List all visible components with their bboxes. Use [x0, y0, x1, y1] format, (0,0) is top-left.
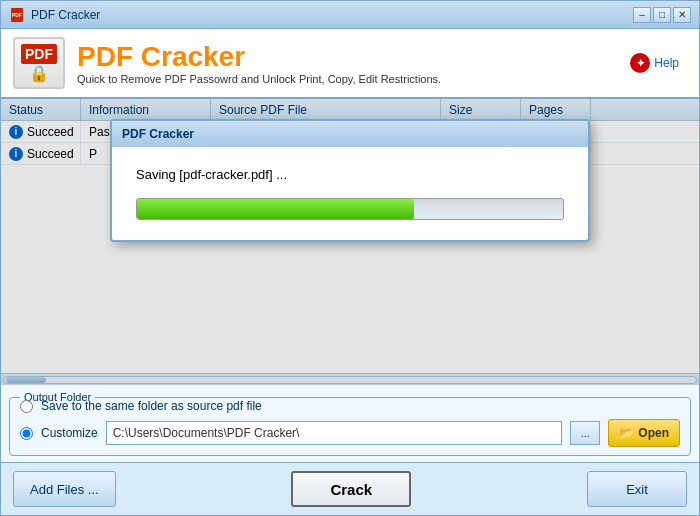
open-label: Open — [638, 426, 669, 440]
output-folder-section: Output Folder Save to the same folder as… — [9, 391, 691, 456]
app-header: PDF 🔒 PDF Cracker Quick to Remove PDF Pa… — [1, 29, 699, 99]
customize-radio[interactable] — [20, 427, 33, 440]
bottom-bar: Add Files ... Crack Exit — [1, 462, 699, 515]
modal-body: Saving [pdf-cracker.pdf] ... — [112, 147, 588, 240]
app-window: PDF PDF Cracker – □ ✕ PDF 🔒 PDF Cracker … — [0, 0, 700, 516]
same-folder-label: Save to the same folder as source pdf fi… — [41, 399, 262, 413]
progress-bar-fill — [137, 199, 414, 219]
saving-text: Saving [pdf-cracker.pdf] ... — [136, 167, 564, 182]
customize-label: Customize — [41, 426, 98, 440]
open-button[interactable]: 📂 Open — [608, 419, 680, 447]
title-bar-left: PDF PDF Cracker — [9, 7, 100, 23]
customize-row: Customize ... 📂 Open — [20, 419, 680, 447]
modal-title-bar: PDF Cracker — [112, 121, 588, 147]
window-title: PDF Cracker — [31, 8, 100, 22]
app-title: PDF Cracker — [77, 41, 441, 73]
minimize-button[interactable]: – — [633, 7, 651, 23]
header-title-group: PDF Cracker Quick to Remove PDF Passowrd… — [77, 41, 441, 85]
modal-title: PDF Cracker — [122, 127, 194, 141]
path-input[interactable] — [106, 421, 563, 445]
help-icon: ✦ — [630, 53, 650, 73]
modal-overlay: PDF Cracker Saving [pdf-cracker.pdf] ... — [1, 99, 699, 385]
same-folder-row: Save to the same folder as source pdf fi… — [20, 399, 680, 413]
title-bar: PDF PDF Cracker – □ ✕ — [1, 1, 699, 29]
maximize-button[interactable]: □ — [653, 7, 671, 23]
window-controls: – □ ✕ — [633, 7, 691, 23]
file-table: Status Information Source PDF File Size … — [1, 99, 699, 385]
exit-button[interactable]: Exit — [587, 471, 687, 507]
crack-button[interactable]: Crack — [291, 471, 411, 507]
folder-open-icon: 📂 — [619, 426, 634, 440]
progress-bar-container — [136, 198, 564, 220]
svg-text:PDF: PDF — [12, 12, 22, 18]
pdf-label-text: PDF — [21, 44, 57, 64]
close-button[interactable]: ✕ — [673, 7, 691, 23]
app-logo: PDF 🔒 — [13, 37, 65, 89]
app-icon: PDF — [9, 7, 25, 23]
browse-button[interactable]: ... — [570, 421, 600, 445]
output-content: Save to the same folder as source pdf fi… — [20, 399, 680, 447]
add-files-button[interactable]: Add Files ... — [13, 471, 116, 507]
progress-dialog: PDF Cracker Saving [pdf-cracker.pdf] ... — [110, 119, 590, 242]
header-left: PDF 🔒 PDF Cracker Quick to Remove PDF Pa… — [13, 37, 441, 89]
same-folder-radio[interactable] — [20, 400, 33, 413]
help-label: Help — [654, 56, 679, 70]
app-subtitle: Quick to Remove PDF Passowrd and Unlock … — [77, 73, 441, 85]
lock-icon: 🔒 — [29, 64, 49, 83]
help-button[interactable]: ✦ Help — [622, 49, 687, 77]
